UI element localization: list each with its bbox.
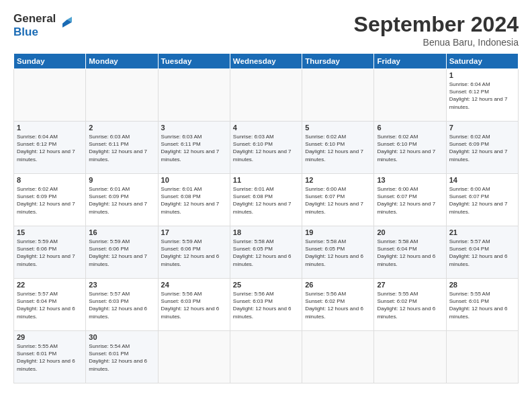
day-info: Sunrise: 6:00 AMSunset: 6:07 PMDaylight:… — [305, 186, 363, 215]
day-info: Sunrise: 5:58 AMSunset: 6:05 PMDaylight:… — [233, 238, 292, 267]
calendar-cell: 13 Sunrise: 6:00 AMSunset: 6:07 PMDaylig… — [374, 174, 446, 226]
day-number: 26 — [305, 281, 371, 289]
day-number: 22 — [17, 281, 83, 289]
calendar-cell: 12 Sunrise: 6:00 AMSunset: 6:07 PMDaylig… — [302, 174, 374, 226]
day-info: Sunrise: 5:56 AMSunset: 6:02 PMDaylight:… — [305, 291, 363, 320]
calendar-cell: 15 Sunrise: 5:59 AMSunset: 6:06 PMDaylig… — [14, 226, 86, 279]
day-number: 16 — [89, 228, 154, 236]
day-info: Sunrise: 5:54 AMSunset: 6:01 PMDaylight:… — [89, 343, 147, 372]
col-tuesday: Tuesday — [158, 54, 230, 69]
day-number: 30 — [89, 333, 154, 341]
calendar-header-row: Sunday Monday Tuesday Wednesday Thursday… — [14, 54, 519, 69]
day-info: Sunrise: 6:03 AMSunset: 6:11 PMDaylight:… — [161, 134, 220, 163]
calendar-cell: 1 Sunrise: 6:04 AMSunset: 6:12 PMDayligh… — [14, 122, 86, 174]
day-info: Sunrise: 5:55 AMSunset: 6:01 PMDaylight:… — [449, 291, 508, 320]
day-number: 3 — [161, 124, 227, 132]
day-number: 10 — [161, 176, 227, 184]
calendar-cell: 23 Sunrise: 5:57 AMSunset: 6:03 PMDaylig… — [86, 279, 158, 331]
col-thursday: Thursday — [302, 54, 374, 69]
calendar-cell — [158, 331, 230, 383]
header: General Blue September 2024 Benua Baru, … — [13, 12, 519, 48]
col-sunday: Sunday — [14, 54, 86, 69]
calendar-week-row: 1 Sunrise: 6:04 AMSunset: 6:12 PMDayligh… — [14, 122, 519, 174]
day-info: Sunrise: 5:57 AMSunset: 6:04 PMDaylight:… — [449, 238, 508, 267]
day-number: 20 — [377, 228, 443, 236]
calendar-cell: 27 Sunrise: 5:55 AMSunset: 6:02 PMDaylig… — [374, 279, 446, 331]
day-info: Sunrise: 6:02 AMSunset: 6:09 PMDaylight:… — [17, 186, 75, 215]
calendar-cell: 19 Sunrise: 5:58 AMSunset: 6:05 PMDaylig… — [302, 226, 374, 279]
day-number: 1 — [449, 71, 515, 79]
col-saturday: Saturday — [446, 54, 518, 69]
calendar-cell: 25 Sunrise: 5:56 AMSunset: 6:03 PMDaylig… — [230, 279, 302, 331]
day-number: 12 — [305, 176, 371, 184]
day-number: 18 — [233, 228, 299, 236]
day-info: Sunrise: 6:02 AMSunset: 6:09 PMDaylight:… — [449, 134, 508, 163]
day-number: 24 — [161, 281, 227, 289]
calendar-cell — [302, 69, 374, 122]
day-number: 27 — [377, 281, 443, 289]
calendar-week-row: 29 Sunrise: 5:55 AMSunset: 6:01 PMDaylig… — [14, 331, 519, 383]
day-info: Sunrise: 6:00 AMSunset: 6:07 PMDaylight:… — [449, 186, 508, 215]
location-subtitle: Benua Baru, Indonesia — [354, 37, 519, 48]
day-info: Sunrise: 5:57 AMSunset: 6:04 PMDaylight:… — [17, 291, 75, 320]
day-number: 29 — [17, 333, 83, 341]
calendar-cell: 24 Sunrise: 5:56 AMSunset: 6:03 PMDaylig… — [158, 279, 230, 331]
calendar-cell — [230, 69, 302, 122]
calendar-cell: 17 Sunrise: 5:59 AMSunset: 6:06 PMDaylig… — [158, 226, 230, 279]
day-info: Sunrise: 5:58 AMSunset: 6:04 PMDaylight:… — [377, 238, 435, 267]
day-info: Sunrise: 5:59 AMSunset: 6:06 PMDaylight:… — [17, 238, 75, 267]
day-info: Sunrise: 6:03 AMSunset: 6:10 PMDaylight:… — [233, 134, 292, 163]
day-number: 5 — [305, 124, 371, 132]
calendar-cell — [446, 331, 518, 383]
calendar-cell — [14, 69, 86, 122]
calendar-cell: 29 Sunrise: 5:55 AMSunset: 6:01 PMDaylig… — [14, 331, 86, 383]
logo-line2: Blue — [13, 26, 56, 39]
calendar-cell: 3 Sunrise: 6:03 AMSunset: 6:11 PMDayligh… — [158, 122, 230, 174]
calendar-week-row: 1 Sunrise: 6:04 AMSunset: 6:12 PMDayligh… — [14, 69, 519, 122]
calendar-cell: 16 Sunrise: 5:59 AMSunset: 6:06 PMDaylig… — [86, 226, 158, 279]
day-number: 4 — [233, 124, 299, 132]
calendar-cell: 6 Sunrise: 6:02 AMSunset: 6:10 PMDayligh… — [374, 122, 446, 174]
day-number: 14 — [449, 176, 515, 184]
calendar-week-row: 15 Sunrise: 5:59 AMSunset: 6:06 PMDaylig… — [14, 226, 519, 279]
day-info: Sunrise: 5:56 AMSunset: 6:03 PMDaylight:… — [161, 291, 220, 320]
calendar-cell: 9 Sunrise: 6:01 AMSunset: 6:09 PMDayligh… — [86, 174, 158, 226]
day-number: 25 — [233, 281, 299, 289]
col-friday: Friday — [374, 54, 446, 69]
logo-icon — [58, 14, 76, 34]
day-info: Sunrise: 6:02 AMSunset: 6:10 PMDaylight:… — [377, 134, 435, 163]
day-number: 7 — [449, 124, 515, 132]
day-number: 19 — [305, 228, 371, 236]
calendar-cell: 21 Sunrise: 5:57 AMSunset: 6:04 PMDaylig… — [446, 226, 518, 279]
calendar-week-row: 8 Sunrise: 6:02 AMSunset: 6:09 PMDayligh… — [14, 174, 519, 226]
logo-line1: General — [13, 12, 56, 26]
col-wednesday: Wednesday — [230, 54, 302, 69]
calendar-cell: 14 Sunrise: 6:00 AMSunset: 6:07 PMDaylig… — [446, 174, 518, 226]
day-info: Sunrise: 6:01 AMSunset: 6:09 PMDaylight:… — [89, 186, 147, 215]
calendar-cell: 22 Sunrise: 5:57 AMSunset: 6:04 PMDaylig… — [14, 279, 86, 331]
month-title: September 2024 — [354, 12, 519, 37]
day-number: 11 — [233, 176, 299, 184]
calendar-cell: 20 Sunrise: 5:58 AMSunset: 6:04 PMDaylig… — [374, 226, 446, 279]
day-info: Sunrise: 5:56 AMSunset: 6:03 PMDaylight:… — [233, 291, 292, 320]
calendar-cell: 11 Sunrise: 6:01 AMSunset: 6:08 PMDaylig… — [230, 174, 302, 226]
day-info: Sunrise: 5:59 AMSunset: 6:06 PMDaylight:… — [161, 238, 220, 267]
title-section: September 2024 Benua Baru, Indonesia — [354, 12, 519, 48]
day-number: 8 — [17, 176, 83, 184]
day-number: 1 — [17, 124, 83, 132]
day-number: 13 — [377, 176, 443, 184]
day-info: Sunrise: 5:57 AMSunset: 6:03 PMDaylight:… — [89, 291, 147, 320]
calendar-table: Sunday Monday Tuesday Wednesday Thursday… — [13, 53, 519, 383]
day-number: 17 — [161, 228, 227, 236]
calendar-cell — [86, 69, 158, 122]
day-info: Sunrise: 5:59 AMSunset: 6:06 PMDaylight:… — [89, 238, 147, 267]
calendar-week-row: 22 Sunrise: 5:57 AMSunset: 6:04 PMDaylig… — [14, 279, 519, 331]
day-number: 15 — [17, 228, 83, 236]
day-info: Sunrise: 6:00 AMSunset: 6:07 PMDaylight:… — [377, 186, 435, 215]
calendar-cell — [302, 331, 374, 383]
day-number: 9 — [89, 176, 154, 184]
day-info: Sunrise: 6:03 AMSunset: 6:11 PMDaylight:… — [89, 134, 147, 163]
day-number: 28 — [449, 281, 515, 289]
calendar-cell: 1 Sunrise: 6:04 AMSunset: 6:12 PMDayligh… — [446, 69, 518, 122]
day-info: Sunrise: 6:02 AMSunset: 6:10 PMDaylight:… — [305, 134, 363, 163]
